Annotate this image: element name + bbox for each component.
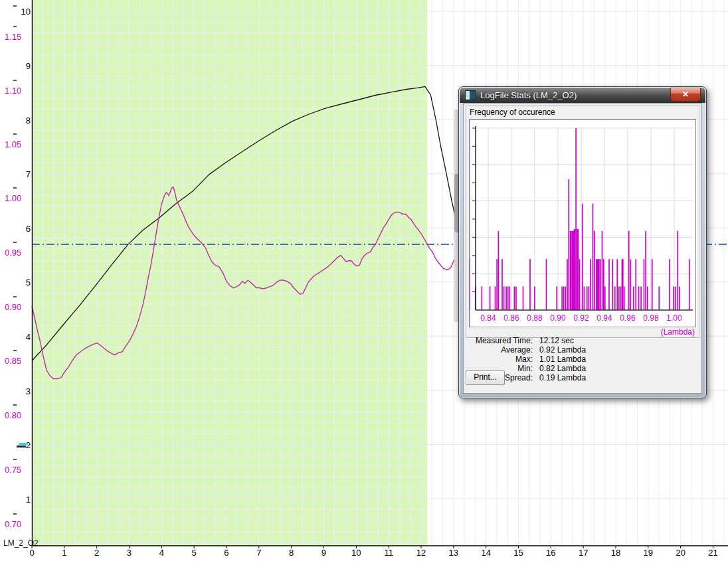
lambda-scale-label: 1.05 <box>5 139 21 149</box>
histogram-panel: 0.840.860.880.900.920.940.960.981.00 <box>469 119 696 327</box>
time-axis-label: 17 <box>573 548 593 558</box>
lambda-tick <box>13 242 17 243</box>
lambda-scale-label: 0.70 <box>5 519 21 529</box>
lambda-tick <box>13 513 17 515</box>
green-log-region <box>32 0 427 546</box>
time-axis-label: 0 <box>22 548 42 558</box>
close-button[interactable]: ✕ <box>670 88 701 102</box>
histogram-x-label: 0.86 <box>503 313 519 323</box>
stat-row: Max:1.01 Lambda <box>465 355 631 364</box>
lambda-scale-label: 0.90 <box>5 302 21 312</box>
stat-value: 0.19 Lambda <box>539 373 586 382</box>
stat-value: 0.92 Lambda <box>539 345 586 355</box>
dialog-titlebar[interactable]: LogFile Stats (LM_2_O2) <box>460 88 705 103</box>
black-scale-label: 4 <box>0 332 31 342</box>
histogram-x-label: 0.92 <box>573 313 589 323</box>
dialog-title: LogFile Stats (LM_2_O2) <box>480 90 577 100</box>
stat-label: Max: <box>465 355 533 364</box>
time-axis-label: 21 <box>703 548 723 558</box>
time-axis-label: 2 <box>87 548 107 558</box>
time-axis-label: 11 <box>379 548 399 558</box>
histogram-x-label: 0.88 <box>527 313 543 323</box>
cursor-marker-icon <box>17 446 26 447</box>
stat-value: 0.82 Lambda <box>539 364 586 373</box>
lambda-tick <box>13 187 17 189</box>
histogram-x-label: 0.96 <box>620 313 636 323</box>
lambda-scale-label: 0.75 <box>5 465 21 475</box>
app-icon <box>465 90 476 100</box>
stat-row: Average:0.92 Lambda <box>465 345 631 355</box>
time-axis-label: 15 <box>508 548 528 558</box>
time-axis-label: 1 <box>54 548 74 558</box>
black-scale-label: 9 <box>0 61 31 71</box>
lambda-scale-label: 0.80 <box>5 410 21 420</box>
time-axis-label: 7 <box>249 548 269 558</box>
lambda-tick <box>13 296 17 297</box>
lambda-tick <box>13 80 17 81</box>
lambda-scale-label: 0.95 <box>5 248 21 258</box>
time-axis-label: 6 <box>217 548 236 558</box>
lambda-tick <box>13 459 17 460</box>
time-axis-label: 20 <box>671 548 691 558</box>
lambda-scale-label: 1.10 <box>5 86 21 96</box>
groupbox-label: Frequency of occurence <box>470 108 555 117</box>
histogram-x-label: 0.84 <box>480 313 496 323</box>
time-axis-label: 4 <box>151 548 171 558</box>
stat-label: Average: <box>465 345 533 355</box>
time-axis-label: 13 <box>444 548 464 558</box>
histogram-x-label: 0.94 <box>596 313 612 323</box>
time-axis-label: 18 <box>606 548 626 558</box>
time-axis-label: 19 <box>638 548 658 558</box>
time-axis-label: 14 <box>476 548 496 558</box>
lambda-scale-label: 1.15 <box>5 32 21 42</box>
black-scale-label: 6 <box>0 224 31 234</box>
black-scale-label: 3 <box>0 386 31 396</box>
black-scale-label: 8 <box>0 116 31 125</box>
black-scale-label: 2 <box>0 440 31 450</box>
histogram-x-label: 0.90 <box>550 313 566 323</box>
black-scale-label: 10 <box>0 7 31 17</box>
print-button[interactable]: Print... <box>466 370 505 385</box>
time-axis-label: 16 <box>541 548 561 558</box>
log-chart-window: 109876543211.151.101.051.000.950.900.850… <box>0 0 728 567</box>
histogram-x-label: 0.98 <box>643 313 659 323</box>
stat-label: Measured Time: <box>465 336 533 345</box>
lambda-scale-label: 0.85 <box>5 356 21 366</box>
lambda-tick <box>13 350 17 351</box>
lambda-tick <box>13 26 17 27</box>
time-axis-label: 9 <box>314 548 333 558</box>
time-axis-label: 3 <box>119 548 139 558</box>
stat-row: Measured Time:12.12 sec <box>465 336 631 345</box>
time-axis-label: 12 <box>411 548 431 558</box>
stat-value: 1.01 Lambda <box>539 355 586 364</box>
histogram-chart: 0.840.860.880.900.920.940.960.981.00 <box>470 120 695 327</box>
time-axis-label: 10 <box>346 548 366 558</box>
stat-value: 12.12 sec <box>539 336 574 345</box>
lambda-scale-label: 1.00 <box>5 193 21 203</box>
black-scale-label: 1 <box>0 495 31 505</box>
black-scale-label: 5 <box>0 278 31 287</box>
lambda-tick <box>13 404 17 406</box>
histogram-unit-label: (Lambda) <box>661 327 695 337</box>
lambda-tick <box>13 5 17 7</box>
channel-label: LM_2_O2 <box>3 538 39 548</box>
logfile-stats-dialog: LogFile Stats (LM_2_O2) ✕ Frequency of o… <box>458 86 707 398</box>
frequency-groupbox: Frequency of occurence 0.840.860.880.900… <box>466 106 699 338</box>
black-scale-label: 7 <box>0 169 31 179</box>
time-axis-label: 8 <box>282 548 302 558</box>
dialog-client-area: Frequency of occurence 0.840.860.880.900… <box>463 103 702 394</box>
histogram-x-label: 1.00 <box>666 313 682 323</box>
lambda-tick <box>13 133 17 135</box>
time-axis-label: 5 <box>184 548 204 558</box>
cursor-marker-icon <box>19 443 28 445</box>
